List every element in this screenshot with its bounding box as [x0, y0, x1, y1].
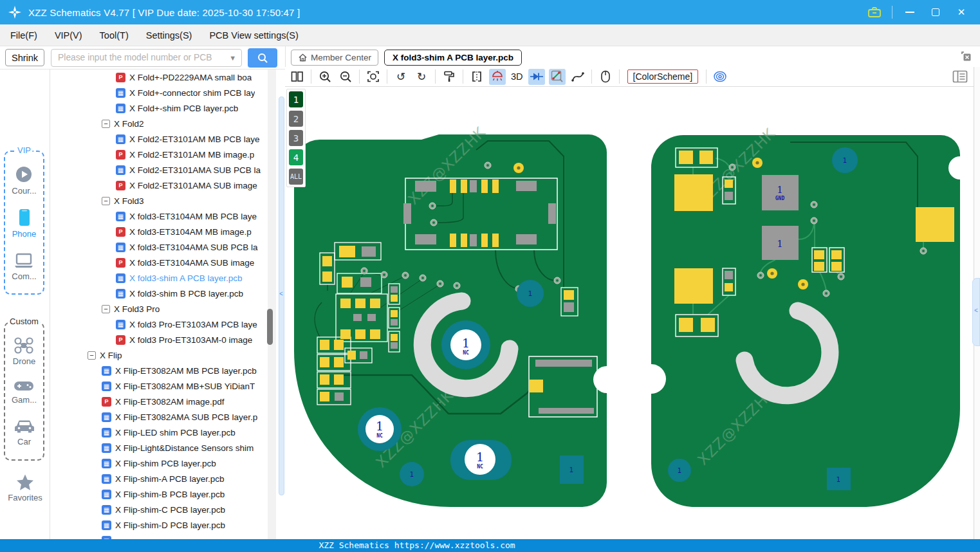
- chevron-left-icon: <: [974, 307, 978, 314]
- tree-item[interactable]: ▦: [50, 533, 278, 539]
- tree-scrollbar-thumb[interactable]: [267, 309, 273, 345]
- rotate-left-icon[interactable]: ↺: [393, 69, 409, 85]
- tree-item[interactable]: PX Fold2-ET3101AM MB image.p: [50, 147, 278, 162]
- tree-item[interactable]: ▦X fold3-shim B PCB layer.pcb: [50, 286, 278, 301]
- tree-item[interactable]: ▦X Flip-ET3082AM MB PCB layer.pcb: [50, 363, 278, 378]
- tree-item[interactable]: ▦X Fold2-ET3101AM MB PCB laye: [50, 131, 278, 147]
- tree-item-label: X fold3-ET3104AM MB PCB laye: [129, 212, 257, 221]
- search-input[interactable]: [57, 52, 227, 63]
- measure-icon[interactable]: [549, 69, 566, 85]
- shrink-button[interactable]: Shrink: [5, 49, 44, 66]
- close-all-tabs-icon[interactable]: [960, 50, 972, 65]
- tab-active[interactable]: X fold3-shim A PCB layer.pcb: [384, 50, 522, 66]
- tree-item[interactable]: ▦X Flip-shim-B PCB layer.pcb: [50, 486, 278, 502]
- layer-button-all[interactable]: ALL: [289, 169, 303, 185]
- tree-item[interactable]: ▦X Fold2-ET3101AMA SUB PCB la: [50, 162, 278, 178]
- pcb-drawing: XZZ@XZZHK XZZ@XZZHK XZZ@XZZHK XZZ@XZZHK: [285, 87, 974, 539]
- menu-file[interactable]: File(F): [10, 30, 37, 41]
- collapse-minus-icon[interactable]: −: [102, 120, 110, 128]
- tree-item-label: X Fold+-shim PCB layer.pcb: [129, 104, 238, 113]
- tree-scrollbar-track[interactable]: [268, 69, 276, 539]
- minimize-button[interactable]: [901, 5, 918, 19]
- layer-panel-icon[interactable]: [952, 69, 968, 85]
- tree-item[interactable]: ▦X Flip-ET3082AM MB+SUB YiDianT: [50, 378, 278, 394]
- layer-button-4[interactable]: 4: [289, 149, 303, 165]
- sidebar-item-computer[interactable]: Com...: [12, 252, 36, 281]
- pcb-file-icon: ▦: [102, 443, 111, 453]
- search-button[interactable]: [248, 48, 277, 68]
- sidebar-item-drone[interactable]: Drone: [13, 336, 35, 366]
- tree-group[interactable]: −X Fold3 Pro: [50, 301, 278, 317]
- tree-group[interactable]: −X Flip: [50, 347, 278, 363]
- layer-button-2[interactable]: 2: [289, 111, 303, 127]
- menu-tool[interactable]: Tool(T): [100, 30, 129, 41]
- tree-item[interactable]: ▦X Flip-ET3082AMA SUB PCB layer.p: [50, 409, 278, 425]
- collapse-minus-icon[interactable]: −: [102, 197, 110, 205]
- sidebar-item-game[interactable]: Gam...: [12, 379, 37, 405]
- tree-item-label: X Flip-ET3082AM MB PCB layer.pcb: [115, 366, 257, 376]
- layer-button-1[interactable]: 1: [289, 91, 303, 107]
- lamp-icon[interactable]: [489, 69, 506, 85]
- collapse-right-panel-handle[interactable]: <: [972, 278, 980, 346]
- rotate-right-icon[interactable]: ↻: [413, 69, 430, 85]
- tree-item[interactable]: ▦X fold3 Pro-ET3103AM PCB laye: [50, 317, 278, 332]
- chevron-down-icon[interactable]: ▼: [229, 54, 236, 62]
- mirror-flip-icon[interactable]: [468, 69, 485, 85]
- paint-roller-icon[interactable]: [441, 69, 458, 85]
- collapse-minus-icon[interactable]: −: [88, 351, 96, 360]
- tree-item[interactable]: PX fold3-ET3104AM MB image.p: [50, 224, 278, 239]
- collapse-minus-icon[interactable]: −: [102, 305, 110, 313]
- tree-item[interactable]: ▦X Flip-LED shim PCB layer.pcb: [50, 425, 278, 440]
- sidebar-item-phone[interactable]: Phone: [12, 208, 37, 239]
- tree-item[interactable]: ▦X Flip-shim-C PCB layer.pcb: [50, 502, 278, 517]
- menu-vip[interactable]: VIP(V): [55, 30, 82, 41]
- pcb-canvas[interactable]: XZZ@XZZHK XZZ@XZZHK XZZ@XZZHK XZZ@XZZHK: [285, 87, 974, 539]
- tree-item[interactable]: PX Flip-ET3082AM image.pdf: [50, 394, 278, 409]
- layer-button-3[interactable]: 3: [289, 130, 303, 146]
- split-view-icon[interactable]: [289, 69, 306, 85]
- menu-settings[interactable]: Settings(S): [146, 30, 192, 41]
- tree-item[interactable]: PX fold3-ET3104AMA SUB image: [50, 255, 278, 270]
- tree-item[interactable]: ▦X Fold+-connector shim PCB lay: [50, 85, 278, 100]
- sidebar-item-car[interactable]: Car: [14, 418, 35, 446]
- maximize-button[interactable]: [927, 5, 944, 19]
- sidebar-item-label: Drone: [13, 356, 35, 366]
- sidebar-item-label: Com...: [12, 271, 36, 281]
- tree-group[interactable]: −X Fold2: [50, 116, 278, 131]
- tree-item[interactable]: ▦X fold3-ET3104AMA SUB PCB la: [50, 239, 278, 255]
- tree-item[interactable]: ▦X Flip-Light&Distance Sensors shim: [50, 440, 278, 455]
- pcb-toolbar: ↺ ↻ 3D [ColorScheme]: [285, 67, 974, 87]
- menu-pcb-view-settings[interactable]: PCB View settings(S): [209, 30, 298, 41]
- eye-target-icon[interactable]: [712, 69, 728, 85]
- view-3d-button[interactable]: 3D: [510, 69, 524, 85]
- tree-item[interactable]: ▦X Flip-shim-D PCB layer.pcb: [50, 517, 278, 533]
- vip-briefcase-icon[interactable]: [866, 5, 883, 19]
- tree-item[interactable]: ▦X Flip-shim-A PCB layer.pcb: [50, 471, 278, 486]
- fit-view-icon[interactable]: [365, 69, 382, 85]
- search-combobox[interactable]: ▼: [51, 49, 242, 67]
- zoom-out-icon[interactable]: [337, 69, 354, 85]
- sidebar-item-favorites[interactable]: Favorites: [0, 474, 50, 502]
- tree-item[interactable]: PX fold3 Pro-ET3103AM-0 image: [50, 332, 278, 347]
- collapse-tree-handle[interactable]: <: [279, 97, 284, 495]
- close-button[interactable]: ✕: [953, 5, 970, 19]
- tree-item-label: X Fold2-ET3101AMA SUB PCB la: [129, 165, 261, 175]
- color-scheme-button[interactable]: [ColorScheme]: [627, 69, 699, 84]
- diode-icon[interactable]: [528, 69, 545, 85]
- window-title: XZZ Schematics V4.77 [ VIP Due date: 202…: [28, 7, 300, 18]
- tree-item[interactable]: ▦X Flip-shim PCB layer.pcb: [50, 455, 278, 471]
- category-sidebar: VIP Cour... Phone Com... Custom Drone: [0, 69, 50, 539]
- tree-item[interactable]: ▦X Fold+-shim PCB layer.pcb: [50, 100, 278, 116]
- tree-group[interactable]: −X Fold3: [50, 193, 278, 208]
- tree-item[interactable]: PX Fold+-PD2229AMA small boa: [50, 69, 278, 85]
- mouse-icon[interactable]: [597, 69, 614, 85]
- tree-item[interactable]: PX Fold2-ET3101AMA SUB image: [50, 178, 278, 193]
- sidebar-item-course[interactable]: Cour...: [12, 165, 36, 196]
- member-center-button[interactable]: Member Center: [291, 50, 378, 66]
- tree-item[interactable]: ▦X fold3-ET3104AM MB PCB laye: [50, 208, 278, 224]
- zoom-in-icon[interactable]: [317, 69, 333, 85]
- vip-group: VIP Cour... Phone Com...: [4, 151, 44, 295]
- pcb-file-icon: ▦: [102, 382, 111, 391]
- tree-item[interactable]: ▦X fold3-shim A PCB layer.pcb: [50, 270, 278, 286]
- curve-tool-icon[interactable]: [569, 69, 586, 85]
